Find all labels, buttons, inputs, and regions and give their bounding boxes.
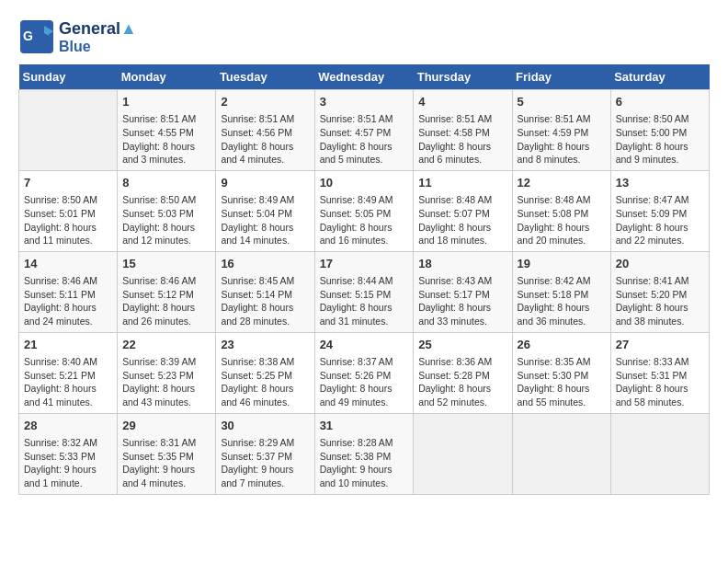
cell-data-line: Sunset: 4:57 PM [320, 126, 409, 140]
cell-data-line: Daylight: 8 hours [616, 140, 704, 154]
calendar-cell: 11Sunrise: 8:48 AMSunset: 5:07 PMDayligh… [414, 170, 512, 251]
day-number: 25 [418, 337, 506, 353]
cell-data-line: and 43 minutes. [122, 396, 210, 409]
day-number: 8 [122, 175, 210, 191]
cell-data-line: and 28 minutes. [221, 315, 309, 328]
cell-data-line: Sunset: 5:23 PM [122, 369, 210, 383]
cell-data-line: and 9 minutes. [616, 153, 704, 167]
cell-data-line: Daylight: 8 hours [616, 301, 704, 315]
calendar-cell: 5Sunrise: 8:51 AMSunset: 4:59 PMDaylight… [512, 90, 610, 171]
day-number: 2 [221, 94, 309, 110]
cell-data-line: and 16 minutes. [320, 234, 409, 247]
logo-icon: G [18, 18, 55, 55]
cell-data-line: Sunrise: 8:32 AM [24, 436, 112, 450]
cell-data-line: Sunrise: 8:31 AM [122, 436, 210, 450]
cell-data-line: Sunset: 5:17 PM [418, 288, 506, 302]
cell-data-line: and 8 minutes. [518, 153, 606, 167]
cell-data-line: Sunset: 5:07 PM [418, 207, 506, 221]
calendar-cell: 17Sunrise: 8:44 AMSunset: 5:15 PMDayligh… [314, 251, 414, 332]
cell-data-line: Daylight: 8 hours [221, 140, 309, 154]
day-number: 1 [122, 94, 210, 110]
day-number: 18 [418, 256, 506, 272]
cell-data-line: Sunrise: 8:44 AM [320, 274, 409, 288]
day-number: 7 [24, 175, 112, 191]
cell-data-line: Daylight: 8 hours [122, 382, 210, 396]
calendar-cell: 27Sunrise: 8:33 AMSunset: 5:31 PMDayligh… [610, 332, 709, 413]
cell-data-line: Sunrise: 8:51 AM [518, 112, 606, 126]
day-header-tuesday: Tuesday [216, 64, 314, 90]
cell-data-line: Daylight: 8 hours [518, 301, 606, 315]
cell-data-line: Sunset: 5:18 PM [518, 288, 606, 302]
day-number: 13 [616, 175, 704, 191]
cell-data-line: Sunset: 5:01 PM [24, 207, 112, 221]
calendar-cell: 14Sunrise: 8:46 AMSunset: 5:11 PMDayligh… [19, 251, 118, 332]
calendar-cell: 28Sunrise: 8:32 AMSunset: 5:33 PMDayligh… [19, 413, 118, 494]
cell-data-line: Daylight: 8 hours [24, 301, 112, 315]
day-number: 20 [616, 256, 704, 272]
cell-data-line: Sunset: 5:38 PM [320, 450, 409, 464]
cell-data-line: and 11 minutes. [24, 234, 112, 247]
calendar-cell: 6Sunrise: 8:50 AMSunset: 5:00 PMDaylight… [610, 90, 709, 171]
cell-data-line: and 6 minutes. [418, 153, 506, 167]
cell-data-line: Sunrise: 8:33 AM [616, 355, 704, 369]
cell-data-line: Daylight: 9 hours [221, 463, 309, 477]
cell-data-line: and 49 minutes. [320, 396, 409, 409]
page-header: G General▲ Blue [18, 18, 710, 55]
cell-data-line: and 3 minutes. [122, 153, 210, 167]
calendar-cell [512, 413, 610, 494]
cell-data-line: and 38 minutes. [616, 315, 704, 328]
cell-data-line: and 10 minutes. [320, 477, 409, 490]
cell-data-line: Sunset: 4:59 PM [518, 126, 606, 140]
calendar-cell: 29Sunrise: 8:31 AMSunset: 5:35 PMDayligh… [118, 413, 216, 494]
cell-data-line: Sunrise: 8:50 AM [122, 193, 210, 207]
cell-data-line: Sunset: 5:09 PM [616, 207, 704, 221]
calendar-cell: 2Sunrise: 8:51 AMSunset: 4:56 PMDaylight… [216, 90, 314, 171]
day-number: 4 [418, 94, 506, 110]
cell-data-line: and 26 minutes. [122, 315, 210, 328]
day-number: 9 [221, 175, 309, 191]
cell-data-line: Sunset: 5:21 PM [24, 369, 112, 383]
calendar-cell: 18Sunrise: 8:43 AMSunset: 5:17 PMDayligh… [414, 251, 512, 332]
cell-data-line: and 52 minutes. [418, 396, 506, 409]
cell-data-line: Sunrise: 8:51 AM [320, 112, 409, 126]
calendar-cell: 8Sunrise: 8:50 AMSunset: 5:03 PMDaylight… [118, 170, 216, 251]
cell-data-line: and 18 minutes. [418, 234, 506, 247]
day-number: 6 [616, 94, 704, 110]
cell-data-line: Sunrise: 8:50 AM [24, 193, 112, 207]
cell-data-line: Sunrise: 8:40 AM [24, 355, 112, 369]
cell-data-line: Daylight: 8 hours [518, 140, 606, 154]
cell-data-line: Sunset: 4:56 PM [221, 126, 309, 140]
day-header-monday: Monday [118, 64, 216, 90]
cell-data-line: and 1 minute. [24, 477, 112, 490]
cell-data-line: Daylight: 9 hours [122, 463, 210, 477]
cell-data-line: Sunrise: 8:36 AM [418, 355, 506, 369]
cell-data-line: Sunrise: 8:51 AM [122, 112, 210, 126]
cell-data-line: and 33 minutes. [418, 315, 506, 328]
cell-data-line: Daylight: 8 hours [221, 301, 309, 315]
cell-data-line: Sunrise: 8:46 AM [24, 274, 112, 288]
cell-data-line: and 36 minutes. [518, 315, 606, 328]
calendar-cell: 1Sunrise: 8:51 AMSunset: 4:55 PMDaylight… [118, 90, 216, 171]
cell-data-line: Daylight: 8 hours [24, 382, 112, 396]
day-header-wednesday: Wednesday [314, 64, 414, 90]
cell-data-line: Sunset: 5:04 PM [221, 207, 309, 221]
cell-data-line: Sunset: 5:08 PM [518, 207, 606, 221]
calendar-week-2: 7Sunrise: 8:50 AMSunset: 5:01 PMDaylight… [19, 170, 710, 251]
calendar-cell: 25Sunrise: 8:36 AMSunset: 5:28 PMDayligh… [414, 332, 512, 413]
cell-data-line: Daylight: 8 hours [320, 140, 409, 154]
calendar-week-1: 1Sunrise: 8:51 AMSunset: 4:55 PMDaylight… [19, 90, 710, 171]
day-number: 12 [518, 175, 606, 191]
cell-data-line: Daylight: 8 hours [24, 221, 112, 235]
cell-data-line: Sunset: 5:25 PM [221, 369, 309, 383]
calendar-cell [610, 413, 709, 494]
cell-data-line: Sunrise: 8:43 AM [418, 274, 506, 288]
calendar-cell: 20Sunrise: 8:41 AMSunset: 5:20 PMDayligh… [610, 251, 709, 332]
day-number: 11 [418, 175, 506, 191]
logo: G General▲ Blue [18, 18, 137, 55]
cell-data-line: Sunrise: 8:38 AM [221, 355, 309, 369]
cell-data-line: and 5 minutes. [320, 153, 409, 167]
calendar-cell: 21Sunrise: 8:40 AMSunset: 5:21 PMDayligh… [19, 332, 118, 413]
cell-data-line: and 31 minutes. [320, 315, 409, 328]
cell-data-line: Daylight: 8 hours [122, 221, 210, 235]
day-number: 30 [221, 418, 309, 434]
